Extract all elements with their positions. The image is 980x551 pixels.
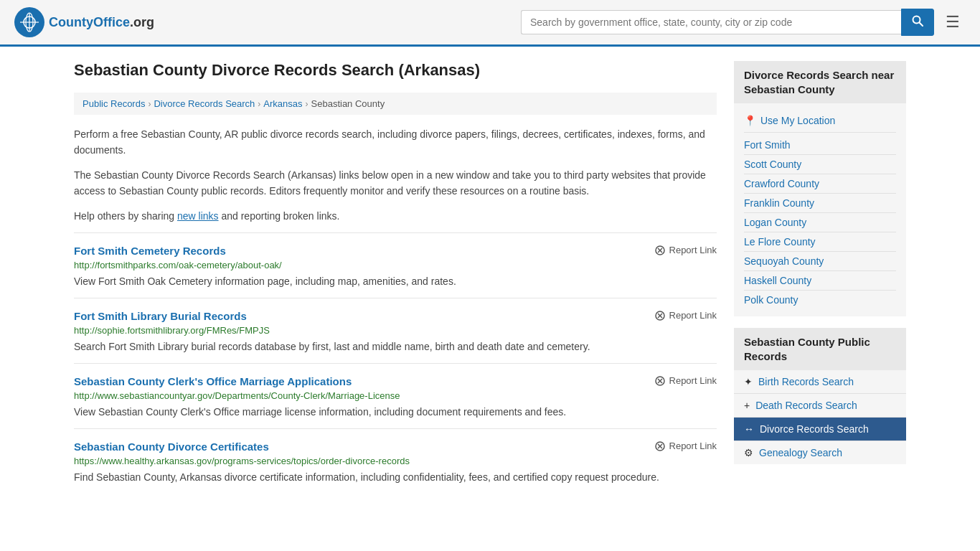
- result-header-4: Sebastian County Divorce Certificates Re…: [74, 441, 717, 453]
- nearby-franklin-county: Franklin County: [744, 194, 896, 213]
- result-title-2[interactable]: Fort Smith Library Burial Records: [74, 310, 247, 322]
- nearby-haskell-county: Haskell County: [744, 271, 896, 291]
- sidebar: Divorce Records Search near Sebastian Co…: [734, 61, 906, 494]
- use-location-link[interactable]: Use My Location: [760, 115, 835, 126]
- nearby-body: 📍 Use My Location Fort Smith Scott Count…: [734, 103, 906, 316]
- birth-records-link[interactable]: Birth Records Search: [758, 376, 854, 387]
- result-desc-1: View Fort Smith Oak Cemetery information…: [74, 274, 717, 289]
- death-icon: +: [744, 400, 750, 411]
- result-desc-2: Search Fort Smith Library burial records…: [74, 339, 717, 354]
- result-item-3: Sebastian County Clerk's Office Marriage…: [74, 363, 717, 428]
- nearby-link-scott-county[interactable]: Scott County: [744, 159, 801, 170]
- birth-icon: ✦: [744, 376, 753, 387]
- nearby-section: Divorce Records Search near Sebastian Co…: [734, 61, 906, 316]
- result-title-4[interactable]: Sebastian County Divorce Certificates: [74, 441, 269, 453]
- nearby-link-logan-county[interactable]: Logan County: [744, 217, 806, 228]
- divorce-records-link[interactable]: Divorce Records Search: [760, 423, 869, 435]
- nearby-polk-county: Polk County: [744, 291, 896, 309]
- public-records-section: Sebastian County Public Records ✦ Birth …: [734, 328, 906, 464]
- genealogy-icon: ⚙: [744, 447, 753, 458]
- result-url-4: https://www.healthy.arkansas.gov/program…: [74, 456, 717, 466]
- nearby-link-haskell-county[interactable]: Haskell County: [744, 275, 811, 286]
- result-header-2: Fort Smith Library Burial Records Report…: [74, 310, 717, 322]
- breadcrumb: Public Records › Divorce Records Search …: [74, 93, 717, 115]
- page-title: Sebastian County Divorce Records Search …: [74, 61, 717, 80]
- nearby-link-crawford-county[interactable]: Crawford County: [744, 178, 819, 189]
- logo-icon: [14, 7, 44, 37]
- breadcrumb-sep-3: ›: [306, 99, 308, 109]
- result-item-2: Fort Smith Library Burial Records Report…: [74, 298, 717, 363]
- breadcrumb-sep-1: ›: [148, 99, 151, 109]
- location-pin-icon: 📍: [744, 115, 756, 126]
- report-link-btn-1[interactable]: Report Link: [654, 245, 717, 256]
- result-item-1: Fort Smith Cemetery Records Report Link …: [74, 232, 717, 298]
- pub-item-death[interactable]: + Death Records Search: [734, 394, 906, 418]
- divorce-icon: ↔: [744, 423, 754, 435]
- public-records-body: ✦ Birth Records Search + Death Records S…: [734, 370, 906, 464]
- use-location-item: 📍 Use My Location: [744, 110, 896, 133]
- result-header-1: Fort Smith Cemetery Records Report Link: [74, 245, 717, 257]
- nearby-crawford-county: Crawford County: [744, 174, 896, 194]
- result-desc-3: View Sebastian County Clerk's Office mar…: [74, 405, 717, 420]
- logo-link[interactable]: CountyOffice.org: [14, 7, 154, 37]
- nearby-link-polk-county[interactable]: Polk County: [744, 294, 798, 306]
- death-records-link[interactable]: Death Records Search: [755, 400, 857, 411]
- nearby-sequoyah-county: Sequoyah County: [744, 252, 896, 271]
- nearby-fort-smith: Fort Smith: [744, 136, 896, 155]
- pub-item-genealogy[interactable]: ⚙ Genealogy Search: [734, 441, 906, 464]
- breadcrumb-divorce-records[interactable]: Divorce Records Search: [154, 98, 255, 109]
- genealogy-search-link[interactable]: Genealogy Search: [759, 447, 842, 458]
- result-item-4: Sebastian County Divorce Certificates Re…: [74, 428, 717, 494]
- svg-line-6: [920, 23, 923, 27]
- breadcrumb-arkansas[interactable]: Arkansas: [263, 98, 302, 109]
- description-para3: Help others by sharing new links and rep…: [74, 208, 717, 224]
- nearby-scott-county: Scott County: [744, 155, 896, 174]
- report-link-btn-4[interactable]: Report Link: [654, 441, 717, 452]
- pub-item-birth[interactable]: ✦ Birth Records Search: [734, 370, 906, 394]
- header: CountyOffice.org ☰: [0, 0, 980, 47]
- breadcrumb-sep-2: ›: [258, 99, 260, 109]
- nearby-link-fort-smith[interactable]: Fort Smith: [744, 139, 791, 151]
- breadcrumb-public-records[interactable]: Public Records: [83, 98, 145, 109]
- new-links-link[interactable]: new links: [177, 210, 219, 222]
- nearby-link-sequoyah-county[interactable]: Sequoyah County: [744, 255, 824, 267]
- report-link-btn-2[interactable]: Report Link: [654, 310, 717, 321]
- main-content: Sebastian County Divorce Records Search …: [74, 61, 717, 494]
- logo-text: CountyOffice.org: [49, 15, 154, 30]
- report-link-btn-3[interactable]: Report Link: [654, 375, 717, 387]
- hamburger-button[interactable]: ☰: [940, 10, 966, 34]
- nearby-link-franklin-county[interactable]: Franklin County: [744, 197, 814, 209]
- search-bar: ☰: [521, 9, 966, 36]
- result-desc-4: Find Sebastian County, Arkansas divorce …: [74, 470, 717, 485]
- result-title-1[interactable]: Fort Smith Cemetery Records: [74, 245, 226, 257]
- page-wrap: Sebastian County Divorce Records Search …: [60, 47, 920, 508]
- description-para2: The Sebastian County Divorce Records Sea…: [74, 167, 717, 199]
- pub-item-divorce[interactable]: ↔ Divorce Records Search: [734, 418, 906, 441]
- search-input[interactable]: [521, 10, 901, 34]
- result-title-3[interactable]: Sebastian County Clerk's Office Marriage…: [74, 375, 352, 387]
- breadcrumb-current: Sebastian County: [311, 98, 385, 109]
- result-url-1: http://fortsmithparks.com/oak-cemetery/a…: [74, 260, 717, 270]
- result-header-3: Sebastian County Clerk's Office Marriage…: [74, 375, 717, 387]
- nearby-header: Divorce Records Search near Sebastian Co…: [734, 61, 906, 103]
- result-url-2: http://sophie.fortsmithlibrary.org/FMRes…: [74, 325, 717, 336]
- nearby-link-leflore-county[interactable]: Le Flore County: [744, 236, 816, 248]
- public-records-header: Sebastian County Public Records: [734, 328, 906, 370]
- results-list: Fort Smith Cemetery Records Report Link …: [74, 232, 717, 494]
- result-url-3: http://www.sebastiancountyar.gov/Departm…: [74, 390, 717, 401]
- nearby-logan-county: Logan County: [744, 213, 896, 232]
- nearby-leflore-county: Le Flore County: [744, 232, 896, 252]
- search-button[interactable]: [901, 9, 934, 36]
- description-para1: Perform a free Sebastian County, AR publ…: [74, 126, 717, 159]
